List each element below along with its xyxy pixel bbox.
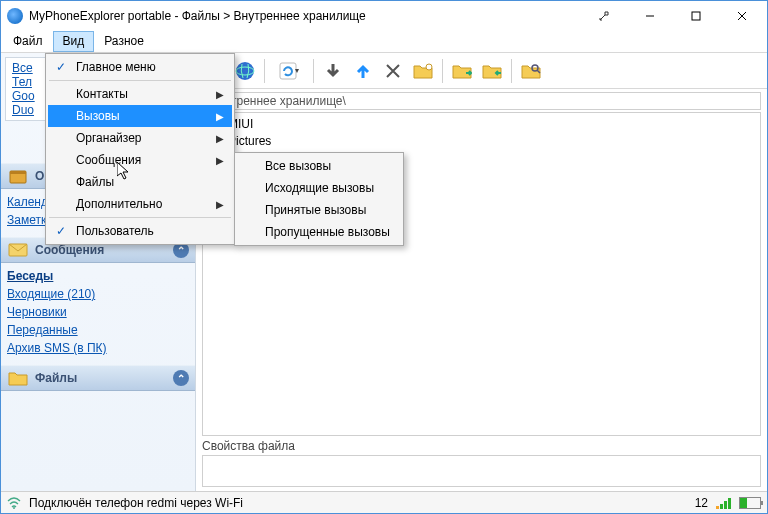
- submenu-all-calls[interactable]: Все вызовы: [237, 155, 401, 177]
- menu-label: Все вызовы: [265, 159, 331, 173]
- svg-point-10: [13, 507, 15, 509]
- battery-icon: [739, 497, 761, 509]
- view-dropdown: ✓Главное меню Контакты▶ Вызовы▶ Органайз…: [45, 53, 235, 245]
- submenu-received-calls[interactable]: Принятые вызовы: [237, 199, 401, 221]
- toolbar-separator: [313, 59, 314, 83]
- folder-out-button[interactable]: [479, 58, 505, 84]
- messages-icon: [7, 240, 29, 260]
- dropdown-icon: ▾: [295, 66, 299, 75]
- toolbar: ▾: [196, 53, 767, 89]
- app-icon: [7, 8, 23, 24]
- search-folder-button[interactable]: [518, 58, 544, 84]
- status-text: Подключён телефон redmi через Wi-Fi: [29, 496, 687, 510]
- content-area: ✓Главное меню Контакты▶ Вызовы▶ Органайз…: [1, 53, 767, 491]
- submenu-outgoing-calls[interactable]: Исходящие вызовы: [237, 177, 401, 199]
- sidebar-header-label: Файлы: [35, 371, 77, 385]
- svg-rect-0: [692, 12, 700, 20]
- menu-item-organizer[interactable]: Органайзер▶: [48, 127, 232, 149]
- link-conversations[interactable]: Беседы: [7, 267, 189, 285]
- status-bar: Подключён телефон redmi через Wi-Fi 12: [1, 491, 767, 513]
- wifi-icon: [7, 496, 21, 510]
- menu-label: Органайзер: [76, 131, 142, 145]
- link-drafts[interactable]: Черновики: [7, 303, 189, 321]
- properties-box: [202, 455, 761, 487]
- properties-label: Свойства файла: [202, 439, 761, 453]
- sidebar-header-label: Сообщения: [35, 243, 104, 257]
- window-title: MyPhoneExplorer portable - Файлы > Внутр…: [29, 9, 581, 23]
- menu-label: Файлы: [76, 175, 114, 189]
- menu-label: Сообщения: [76, 153, 141, 167]
- delete-button[interactable]: [380, 58, 406, 84]
- new-folder-button[interactable]: [410, 58, 436, 84]
- titlebar: MyPhoneExplorer portable - Файлы > Внутр…: [1, 1, 767, 31]
- menu-label: Главное меню: [76, 60, 156, 74]
- submenu-missed-calls[interactable]: Пропущенные вызовы: [237, 221, 401, 243]
- toolbar-separator: [442, 59, 443, 83]
- folder-in-button[interactable]: [449, 58, 475, 84]
- tool-icon[interactable]: [581, 1, 627, 31]
- menu-label: Вызовы: [76, 109, 120, 123]
- organizer-icon: [7, 166, 29, 186]
- menu-label: Пропущенные вызовы: [265, 225, 390, 239]
- file-row[interactable]: MIUI: [203, 115, 760, 132]
- menu-view[interactable]: Вид: [53, 31, 95, 52]
- menu-label: Принятые вызовы: [265, 203, 366, 217]
- files-icon: [7, 368, 29, 388]
- menu-item-user[interactable]: ✓Пользователь: [48, 220, 232, 242]
- menu-separator: [49, 217, 231, 218]
- toolbar-separator: [264, 59, 265, 83]
- svg-point-8: [426, 64, 432, 70]
- svg-point-5: [236, 62, 254, 80]
- collapse-icon[interactable]: ⌃: [173, 370, 189, 386]
- link-archive[interactable]: Архив SMS (в ПК): [7, 339, 189, 357]
- file-properties: Свойства файла: [202, 439, 761, 487]
- menu-misc[interactable]: Разное: [94, 31, 154, 52]
- menu-item-calls[interactable]: Вызовы▶: [48, 105, 232, 127]
- svg-rect-7: [280, 63, 296, 79]
- menu-label: Дополнительно: [76, 197, 162, 211]
- menu-label: Пользователь: [76, 224, 154, 238]
- svg-rect-2: [10, 171, 26, 174]
- toolbar-separator: [511, 59, 512, 83]
- close-button[interactable]: [719, 1, 765, 31]
- menu-item-contacts[interactable]: Контакты▶: [48, 83, 232, 105]
- menu-item-extra[interactable]: Дополнительно▶: [48, 193, 232, 215]
- menu-item-messages[interactable]: Сообщения▶: [48, 149, 232, 171]
- menu-file[interactable]: Файл: [3, 31, 53, 52]
- menubar: Файл Вид Разное: [1, 31, 767, 53]
- maximize-button[interactable]: [673, 1, 719, 31]
- main-pane: ▾ \Внутреннее хранилище\ MIUIPicturesTel…: [196, 53, 767, 491]
- path-bar[interactable]: \Внутреннее хранилище\: [202, 92, 761, 110]
- signal-icon: [716, 497, 731, 509]
- menu-label: Исходящие вызовы: [265, 181, 374, 195]
- status-value: 12: [695, 496, 708, 510]
- sync-button[interactable]: ▾: [271, 58, 307, 84]
- upload-button[interactable]: [350, 58, 376, 84]
- link-inbox[interactable]: Входящие (210): [7, 285, 189, 303]
- download-button[interactable]: [320, 58, 346, 84]
- sidebar-messages-links: Беседы Входящие (210) Черновики Переданн…: [1, 263, 195, 365]
- link-sent[interactable]: Переданные: [7, 321, 189, 339]
- globe-button[interactable]: [232, 58, 258, 84]
- file-row[interactable]: Pictures: [203, 132, 760, 149]
- calls-submenu: Все вызовы Исходящие вызовы Принятые выз…: [234, 152, 404, 246]
- menu-separator: [49, 80, 231, 81]
- menu-item-main[interactable]: ✓Главное меню: [48, 56, 232, 78]
- menu-label: Контакты: [76, 87, 128, 101]
- sidebar-header-files[interactable]: Файлы ⌃: [1, 365, 195, 391]
- menu-item-files[interactable]: Файлы: [48, 171, 232, 193]
- minimize-button[interactable]: [627, 1, 673, 31]
